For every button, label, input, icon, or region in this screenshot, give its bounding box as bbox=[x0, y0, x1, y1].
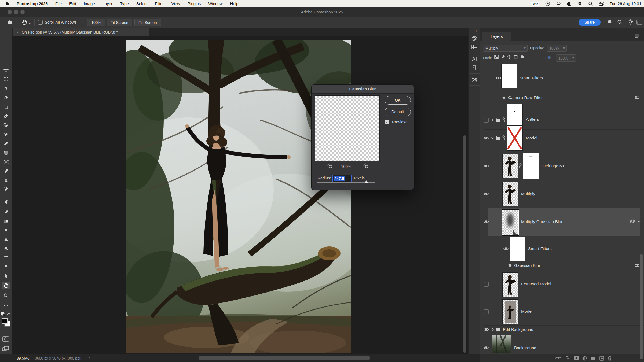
quick-mask-toggle[interactable] bbox=[2, 336, 9, 342]
filter-settings-icon[interactable] bbox=[634, 263, 639, 268]
layer-style-icon[interactable]: fx bbox=[566, 355, 569, 360]
mask-link-icon[interactable] bbox=[519, 163, 522, 168]
menu-file[interactable]: File bbox=[55, 1, 62, 6]
path-selection-tool[interactable] bbox=[2, 272, 10, 280]
eyedropper-tool[interactable] bbox=[2, 112, 10, 120]
smart-filter-mask-thumbnail[interactable] bbox=[510, 237, 525, 261]
menu-select[interactable]: Select bbox=[136, 1, 148, 6]
eye-icon[interactable] bbox=[502, 96, 506, 99]
link-layers-icon[interactable] bbox=[555, 356, 561, 360]
radius-input[interactable]: 247.5 bbox=[332, 175, 352, 182]
close-window-button[interactable] bbox=[8, 10, 12, 14]
layer-name[interactable]: Smart Filters bbox=[519, 76, 543, 80]
layer-name[interactable]: Multiply bbox=[521, 191, 535, 196]
edit-toolbar-ellipsis[interactable] bbox=[2, 301, 10, 309]
layer-name[interactable]: Model bbox=[521, 309, 532, 314]
wifi-icon[interactable] bbox=[577, 1, 582, 6]
scroll-all-windows-checkbox[interactable] bbox=[38, 20, 43, 25]
search-icon[interactable] bbox=[617, 20, 623, 25]
notifications-bell-icon[interactable] bbox=[607, 19, 612, 25]
selection-brush-tool[interactable] bbox=[2, 84, 10, 92]
layer-name[interactable]: Background bbox=[514, 345, 536, 350]
lock-artboard-icon[interactable] bbox=[514, 55, 518, 59]
expand-group-icon[interactable] bbox=[492, 328, 494, 331]
canvas-area[interactable] bbox=[12, 36, 468, 354]
eraser-tool[interactable] bbox=[2, 208, 10, 215]
zoom-in-icon[interactable] bbox=[363, 163, 369, 169]
eye-icon[interactable] bbox=[508, 264, 512, 267]
delete-layer-icon[interactable] bbox=[608, 356, 612, 361]
mixer-brush-tool[interactable] bbox=[2, 198, 10, 205]
color-panel-icon[interactable] bbox=[471, 36, 477, 41]
layer-mask-thumbnail[interactable] bbox=[523, 153, 539, 179]
radius-slider-thumb[interactable] bbox=[364, 180, 368, 183]
menu-image[interactable]: Image bbox=[84, 1, 95, 6]
share-button[interactable]: Share bbox=[579, 19, 601, 26]
collapse-group-icon[interactable] bbox=[491, 137, 495, 139]
group-mask-thumbnail-red-x[interactable] bbox=[507, 125, 523, 151]
type-tool[interactable] bbox=[2, 254, 10, 261]
layers-scrollbar[interactable] bbox=[640, 254, 643, 359]
eye-icon[interactable] bbox=[503, 247, 509, 250]
blend-mode-dropdown[interactable]: Multiply▾ bbox=[483, 45, 528, 52]
layer-thumbnail[interactable] bbox=[502, 272, 518, 297]
swap-colors-icon[interactable] bbox=[6, 312, 11, 316]
paragraph-panel-icon[interactable] bbox=[471, 65, 477, 70]
clone-stamp-tool[interactable] bbox=[2, 176, 10, 184]
zoom-window-button[interactable] bbox=[20, 10, 25, 14]
layer-name[interactable]: Multiply Gaussian Blur bbox=[521, 219, 562, 224]
crop-tool[interactable] bbox=[2, 103, 10, 111]
mask-link-icon[interactable] bbox=[502, 117, 505, 123]
eye-icon[interactable] bbox=[484, 328, 489, 331]
zoom-percentage[interactable]: 39.56% bbox=[17, 356, 29, 360]
layer-name[interactable]: Antlers bbox=[526, 117, 539, 122]
group-mask-thumbnail[interactable] bbox=[507, 104, 523, 129]
menu-plugins[interactable]: Plugins bbox=[188, 1, 201, 6]
hand-tool-icon[interactable] bbox=[21, 19, 27, 25]
sharpen-tool[interactable] bbox=[2, 235, 10, 243]
discover-lightbulb-icon[interactable] bbox=[627, 19, 633, 25]
pen-tool[interactable] bbox=[2, 263, 10, 271]
layer-name[interactable]: Smart Filters bbox=[528, 246, 552, 251]
smart-filter-toggle-icon[interactable] bbox=[630, 219, 635, 224]
ok-button[interactable]: OK bbox=[385, 96, 411, 105]
menu-filter[interactable]: Filter bbox=[155, 1, 164, 6]
apple-menu[interactable] bbox=[4, 1, 9, 6]
dialog-preview-image[interactable] bbox=[315, 95, 380, 161]
swatches-panel-icon[interactable] bbox=[471, 45, 477, 49]
menu-layer[interactable]: Layer bbox=[103, 1, 113, 6]
expand-panels-icon[interactable]: « bbox=[475, 29, 477, 33]
layer-visibility-toggle[interactable] bbox=[484, 118, 489, 123]
layer-name[interactable]: Defringe 60 bbox=[543, 164, 564, 168]
healing-brush-tool[interactable] bbox=[2, 140, 10, 147]
menu-view[interactable]: View bbox=[171, 1, 180, 6]
fit-screen-button[interactable]: Fit Screen bbox=[107, 19, 132, 26]
object-selection-tool[interactable] bbox=[2, 94, 10, 101]
new-layer-icon[interactable] bbox=[599, 356, 604, 361]
home-icon[interactable] bbox=[7, 20, 13, 25]
status-chevron-icon[interactable]: › bbox=[89, 356, 90, 360]
background-layer-thumbnail[interactable] bbox=[492, 335, 511, 353]
move-tool[interactable] bbox=[2, 66, 10, 73]
creative-cloud-icon[interactable] bbox=[556, 1, 561, 6]
eye-icon[interactable] bbox=[484, 164, 489, 168]
dialog-title[interactable]: Gaussian Blur bbox=[312, 85, 414, 94]
canvas-horizontal-scrollbar[interactable] bbox=[199, 356, 370, 360]
layer-visibility-toggle[interactable] bbox=[484, 282, 489, 287]
filter-entry-name[interactable]: Camera Raw Filter bbox=[508, 95, 543, 100]
eye-icon[interactable] bbox=[484, 192, 489, 196]
eye-icon[interactable] bbox=[484, 136, 489, 140]
collapse-filters-icon[interactable] bbox=[638, 220, 641, 223]
control-center-icon[interactable] bbox=[599, 1, 604, 6]
adjustment-layer-icon[interactable] bbox=[582, 356, 587, 361]
new-group-icon[interactable] bbox=[590, 356, 596, 360]
zoom-tool[interactable] bbox=[2, 292, 10, 299]
filter-settings-icon[interactable] bbox=[634, 95, 639, 100]
canvas-vertical-scrollbar[interactable] bbox=[463, 135, 466, 353]
opacity-input[interactable]: 100%▾ bbox=[547, 45, 567, 52]
lock-pixels-icon[interactable] bbox=[501, 55, 505, 59]
menu-help[interactable]: Help bbox=[230, 1, 239, 6]
wd-status-icon[interactable]: WD bbox=[531, 2, 539, 6]
layers-tab[interactable]: Layers bbox=[482, 32, 511, 41]
minimize-window-button[interactable] bbox=[14, 10, 18, 14]
